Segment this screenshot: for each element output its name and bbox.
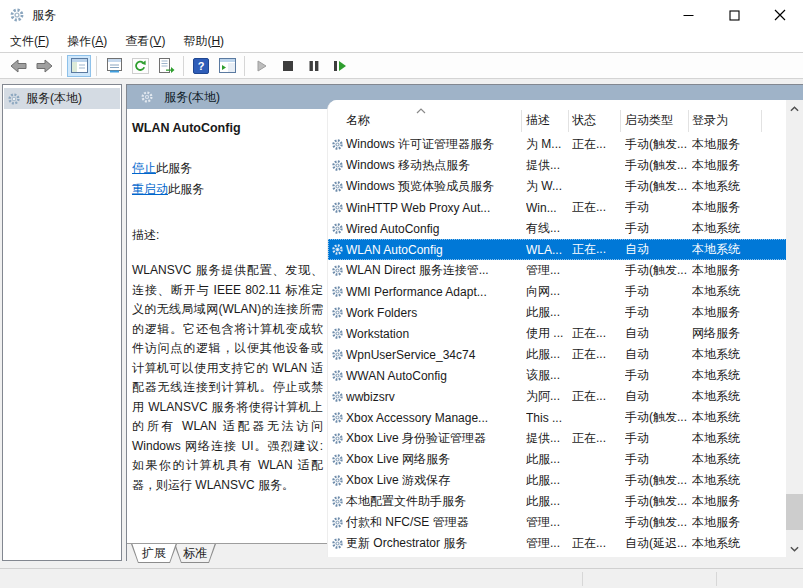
cell-startup-type: 手动 — [625, 283, 690, 300]
cell-name: Windows 预览体验成员服务 — [346, 178, 520, 195]
service-gear-icon — [331, 201, 344, 214]
service-gear-icon — [331, 369, 344, 382]
refresh-button[interactable] — [128, 55, 152, 77]
tree-item-label: 服务(本地) — [26, 90, 82, 107]
back-button[interactable] — [6, 55, 30, 77]
service-gear-icon — [331, 327, 344, 340]
menu-view[interactable]: 查看(V) — [116, 30, 174, 53]
tree-item-services-local[interactable]: 服务(本地) — [4, 88, 120, 109]
column-header-startup-type[interactable]: 启动类型 — [625, 112, 673, 129]
column-divider[interactable] — [568, 110, 569, 132]
show-action-pane-button[interactable] — [215, 55, 239, 77]
service-gear-icon — [331, 390, 344, 403]
column-header-name[interactable]: 名称 — [346, 112, 370, 129]
table-row[interactable]: Windows 预览体验成员服务 为 W... 手动(触发... 本地系统 — [328, 176, 787, 197]
table-row[interactable]: Work Folders 此服... 手动 本地服务 — [328, 302, 787, 323]
table-row[interactable]: Windows 移动热点服务 提供... 手动(触发... 本地服务 — [328, 155, 787, 176]
column-divider[interactable] — [620, 110, 621, 132]
cell-description: WLA... — [526, 243, 570, 257]
cell-logon-as: 网络服务 — [692, 325, 784, 342]
stop-service-line: 停止此服务 — [132, 158, 323, 179]
table-row[interactable]: Windows 许可证管理器服务 为 M... 正在... 手动(触发... 本… — [328, 134, 787, 155]
table-row[interactable]: 本地配置文件助手服务 此服... 手动(触发... 本地服务 — [328, 491, 787, 512]
stop-service-button[interactable] — [276, 55, 300, 77]
cell-description: 此服... — [526, 304, 570, 321]
table-row[interactable]: Wired AutoConfig 有线... 手动 本地系统 — [328, 218, 787, 239]
vertical-scrollbar[interactable] — [786, 100, 803, 557]
table-row[interactable]: Xbox Live 网络服务 此服... 手动 本地系统 — [328, 449, 787, 470]
tab-extended[interactable]: 扩展 — [131, 544, 177, 563]
service-gear-icon — [331, 537, 344, 550]
table-row[interactable]: Xbox Live 身份验证管理器 提供... 正在... 手动 本地系统 — [328, 428, 787, 449]
table-row[interactable]: Xbox Live 游戏保存 此服... 手动(触发... 本地系统 — [328, 470, 787, 491]
column-divider[interactable] — [688, 110, 689, 132]
cell-name: WinHTTP Web Proxy Aut... — [346, 201, 520, 215]
sort-ascending-icon — [416, 103, 426, 117]
column-divider[interactable] — [521, 110, 522, 132]
cell-startup-type: 自动 — [625, 388, 690, 405]
tab-standard[interactable]: 标准 — [174, 544, 216, 563]
cell-description: This ... — [526, 411, 570, 425]
cell-logon-as: 本地服务 — [692, 157, 784, 174]
maximize-button[interactable] — [711, 0, 757, 30]
table-row[interactable]: 更新 Orchestrator 服务 管理... 正在... 自动(延迟... … — [328, 533, 787, 554]
cell-status: 正在... — [572, 199, 622, 216]
table-row[interactable]: WWAN AutoConfig 该服... 手动 本地系统 — [328, 365, 787, 386]
cell-name: Work Folders — [346, 306, 520, 320]
stop-service-link[interactable]: 停止 — [132, 161, 156, 175]
description-label: 描述: — [132, 227, 323, 244]
menu-help[interactable]: 帮助(H) — [174, 30, 233, 53]
show-console-tree-button[interactable] — [67, 55, 91, 77]
table-row[interactable]: Workstation 使用 ... 正在... 自动 网络服务 — [328, 323, 787, 344]
column-header-status[interactable]: 状态 — [572, 112, 596, 129]
export-list-icon — [158, 58, 175, 74]
cell-name: Xbox Live 游戏保存 — [346, 472, 520, 489]
cell-logon-as: 本地服务 — [692, 514, 784, 531]
help-button[interactable]: ? — [189, 55, 213, 77]
restart-icon — [333, 60, 347, 72]
scrollbar-thumb[interactable] — [786, 494, 803, 530]
table-row[interactable]: WinHTTP Web Proxy Aut... Win... 正在... 手动… — [328, 197, 787, 218]
services-panel: 服务(本地) WLAN AutoConfig 停止此服务 重启动此服务 描述: … — [126, 84, 803, 561]
pause-service-button[interactable] — [302, 55, 326, 77]
cell-logon-as: 本地服务 — [692, 262, 784, 279]
scroll-up-button[interactable] — [786, 100, 803, 117]
forward-button[interactable] — [32, 55, 56, 77]
scroll-down-button[interactable] — [786, 540, 803, 557]
cell-description: 此服... — [526, 493, 570, 510]
table-row[interactable]: WMI Performance Adapt... 向网... 手动 本地系统 — [328, 281, 787, 302]
export-list-button[interactable] — [154, 55, 178, 77]
cell-description: 此服... — [526, 451, 570, 468]
properties-icon — [106, 58, 123, 73]
table-row[interactable]: WpnUserService_34c74 此服... 正在... 自动 本地系统 — [328, 344, 787, 365]
table-row[interactable]: 付款和 NFC/SE 管理器 管理... 手动(触发... 本地服务 — [328, 512, 787, 533]
back-arrow-icon — [10, 59, 27, 73]
column-header-description[interactable]: 描述 — [526, 112, 550, 129]
start-service-button[interactable] — [250, 55, 274, 77]
column-header-logon-as[interactable]: 登录为 — [692, 112, 728, 129]
cell-startup-type: 手动(触发... — [625, 493, 690, 510]
menu-action[interactable]: 操作(A) — [58, 30, 116, 53]
cell-logon-as: 本地服务 — [692, 304, 784, 321]
restart-service-button[interactable] — [328, 55, 352, 77]
start-icon — [256, 60, 268, 72]
table-row[interactable]: WLAN Direct 服务连接管... 管理... 手动(触发... 本地服务 — [328, 260, 787, 281]
toolbar-separator — [96, 56, 97, 76]
table-row[interactable]: WLAN AutoConfig WLA... 正在... 自动 本地系统 — [328, 239, 787, 260]
table-row[interactable]: wwbizsrv 为阿... 正在... 自动 本地系统 — [328, 386, 787, 407]
properties-button[interactable] — [102, 55, 126, 77]
services-gear-icon — [9, 7, 25, 23]
services-gear-icon — [140, 90, 154, 104]
cell-startup-type: 手动(触发... — [625, 136, 690, 153]
cell-name: WLAN Direct 服务连接管... — [346, 262, 520, 279]
chevron-up-icon — [790, 106, 799, 112]
restart-service-link[interactable]: 重启动 — [132, 182, 168, 196]
table-row[interactable]: Xbox Accessory Manage... This ... 手动(触发.… — [328, 407, 787, 428]
service-gear-icon — [331, 285, 344, 298]
menu-file[interactable]: 文件(F) — [1, 30, 58, 53]
close-button[interactable] — [757, 0, 803, 30]
column-divider[interactable] — [761, 110, 762, 132]
cell-startup-type: 手动(触发... — [625, 472, 690, 489]
service-gear-icon — [331, 222, 344, 235]
minimize-button[interactable] — [665, 0, 711, 30]
